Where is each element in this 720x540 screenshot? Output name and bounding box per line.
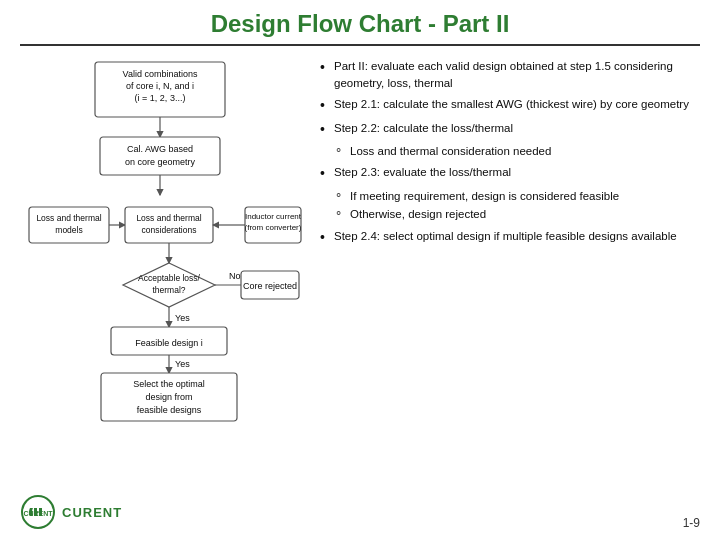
- bullet-4: • Step 2.3: evaluate the loss/thermal: [320, 164, 700, 182]
- svg-text:Loss and thermal: Loss and thermal: [136, 213, 201, 223]
- bullet-1: • Part II: evaluate each valid design ob…: [320, 58, 700, 91]
- bullet-2: • Step 2.1: calculate the smallest AWG (…: [320, 96, 700, 114]
- sub-bullet-4-2-text: Otherwise, design rejected: [350, 206, 486, 223]
- bullet-5: • Step 2.4: select optimal design if mul…: [320, 228, 700, 246]
- page-title: Design Flow Chart - Part II: [20, 10, 700, 46]
- svg-text:of core i, N, and i: of core i, N, and i: [126, 81, 194, 91]
- bullet-dot-3: •: [320, 120, 328, 138]
- svg-text:Cal. AWG based: Cal. AWG based: [127, 144, 193, 154]
- bullet-5-text: Step 2.4: select optimal design if multi…: [334, 228, 677, 245]
- svg-text:thermal?: thermal?: [152, 285, 185, 295]
- bullet-dot-2: •: [320, 96, 328, 114]
- svg-text:No: No: [229, 271, 241, 281]
- svg-text:(i = 1, 2, 3...): (i = 1, 2, 3...): [135, 93, 186, 103]
- sub-bullet-4-1-text: If meeting requirement, design is consid…: [350, 188, 619, 205]
- svg-text:Yes: Yes: [175, 313, 190, 323]
- sub-bullets-4: ⚬ If meeting requirement, design is cons…: [334, 188, 700, 223]
- svg-text:Inductor current: Inductor current: [245, 212, 302, 221]
- bullet-3: • Step 2.2: calculate the loss/thermal: [320, 120, 700, 138]
- svg-text:Core rejected: Core rejected: [243, 281, 297, 291]
- svg-text:Loss and thermal: Loss and thermal: [36, 213, 101, 223]
- sub-bullet-3-1: ⚬ Loss and thermal consideration needed: [334, 143, 700, 160]
- svg-text:(from converter): (from converter): [245, 223, 302, 232]
- page-number: 1-9: [683, 516, 700, 530]
- page: Design Flow Chart - Part II Valid combin…: [0, 0, 720, 540]
- svg-rect-5: [100, 137, 220, 175]
- bullet-2-text: Step 2.1: calculate the smallest AWG (th…: [334, 96, 689, 113]
- footer: CURENT CURENT 1-9: [20, 488, 700, 530]
- svg-text:Select the optimal: Select the optimal: [133, 379, 205, 389]
- sub-dot-4-1: ⚬: [334, 188, 344, 204]
- text-panel: • Part II: evaluate each valid design ob…: [320, 56, 700, 488]
- sub-bullet-3-1-text: Loss and thermal consideration needed: [350, 143, 551, 160]
- flowchart-panel: Valid combinations of core i, N, and i (…: [20, 56, 310, 488]
- svg-text:models: models: [55, 225, 82, 235]
- svg-text:design from: design from: [145, 392, 192, 402]
- logo-area: CURENT CURENT: [20, 494, 122, 530]
- sub-bullets-3: ⚬ Loss and thermal consideration needed: [334, 143, 700, 160]
- sub-dot-3-1: ⚬: [334, 143, 344, 159]
- bullet-dot-1: •: [320, 58, 328, 76]
- svg-text:feasible designs: feasible designs: [137, 405, 202, 415]
- svg-text:Valid combinations: Valid combinations: [123, 69, 198, 79]
- svg-text:Yes: Yes: [175, 359, 190, 369]
- svg-text:Feasible design i: Feasible design i: [135, 338, 203, 348]
- svg-text:considerations: considerations: [142, 225, 197, 235]
- bullet-dot-5: •: [320, 228, 328, 246]
- logo-icon: CURENT: [20, 494, 56, 530]
- bullet-3-text: Step 2.2: calculate the loss/thermal: [334, 120, 513, 137]
- bullet-1-text: Part II: evaluate each valid design obta…: [334, 58, 700, 91]
- sub-bullet-4-2: ⚬ Otherwise, design rejected: [334, 206, 700, 223]
- svg-text:on core geometry: on core geometry: [125, 157, 196, 167]
- bullet-dot-4: •: [320, 164, 328, 182]
- content-area: Valid combinations of core i, N, and i (…: [20, 56, 700, 488]
- sub-bullet-4-1: ⚬ If meeting requirement, design is cons…: [334, 188, 700, 205]
- flowchart-svg: Valid combinations of core i, N, and i (…: [25, 56, 305, 488]
- svg-text:Acceptable loss/: Acceptable loss/: [138, 273, 201, 283]
- sub-dot-4-2: ⚬: [334, 206, 344, 222]
- bullet-4-text: Step 2.3: evaluate the loss/thermal: [334, 164, 511, 181]
- logo-text: CURENT: [62, 505, 122, 520]
- svg-text:CURENT: CURENT: [23, 510, 53, 517]
